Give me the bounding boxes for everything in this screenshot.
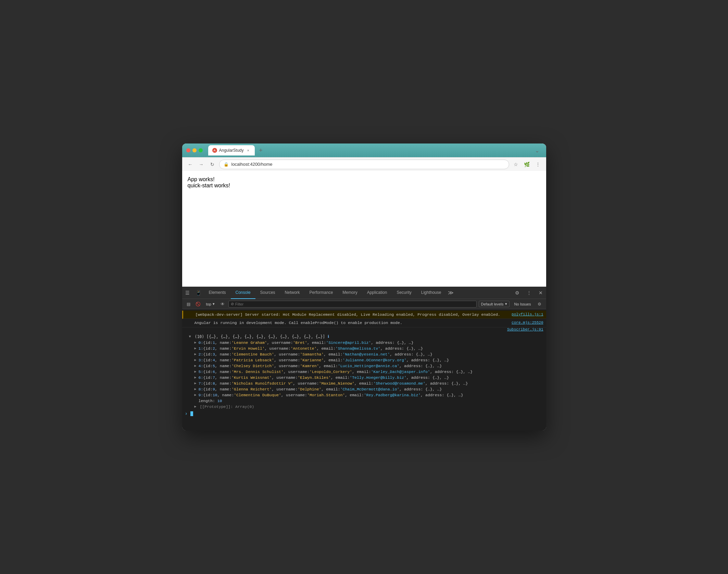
- context-arrow-icon: ▾: [213, 302, 215, 306]
- tab-close-button[interactable]: ×: [246, 148, 251, 153]
- item-arrow-5[interactable]: ▶: [194, 370, 197, 374]
- context-label: top: [206, 302, 211, 306]
- devtools-tabs: ☰ 📱 Elements Console Sources Network Per…: [182, 287, 546, 299]
- browser-window: A AngularStudy × + ⌄ ← → ↻ 🔒 localhost:4…: [182, 144, 546, 430]
- console-message-angular-text: Angular is running in development mode. …: [194, 320, 509, 326]
- devtools-more-icon[interactable]: ⋮: [524, 287, 535, 299]
- devtools-close-icon[interactable]: ✕: [535, 287, 546, 299]
- devtools-actions: ⚙ ⋮ ✕: [512, 287, 546, 299]
- console-link-polyfills[interactable]: polyfills.js:1: [512, 312, 543, 317]
- minimize-button[interactable]: [192, 148, 197, 152]
- prompt-arrow-icon: ›: [185, 411, 188, 416]
- console-toolbar-right: Default levels ▾ No Issues ⚙: [479, 300, 543, 308]
- proto-label: [[Prototype]]: Array(0): [200, 404, 254, 409]
- tab-favicon: A: [212, 148, 217, 153]
- menu-button[interactable]: ⋮: [534, 160, 542, 169]
- console-link-core[interactable]: core.mjs:25520: [512, 320, 543, 326]
- console-toolbar: ▤ 🚫 top ▾ 👁 ⊘ Default levels ▾ No Issues…: [182, 299, 546, 309]
- devtools-device-icon[interactable]: 📱: [193, 287, 204, 299]
- devtools-panel: ☰ 📱 Elements Console Sources Network Per…: [182, 287, 546, 430]
- item-arrow-3[interactable]: ▶: [194, 358, 197, 362]
- array-header-text: (10) [{…}, {…}, {…}, {…}, {…}, {…}, {…},…: [192, 334, 325, 339]
- forward-button[interactable]: →: [197, 160, 205, 169]
- new-tab-button[interactable]: +: [256, 146, 266, 155]
- tab-more-button[interactable]: ≫: [446, 287, 455, 299]
- traffic-lights: [186, 148, 203, 152]
- devtools-settings-icon[interactable]: ⚙: [512, 287, 523, 299]
- app-works-text: App works!: [188, 176, 541, 183]
- array-item-8[interactable]: ▶ 8: {id: 9, name: 'Glenna Reichert', us…: [182, 386, 546, 392]
- filter-bar[interactable]: ⊘: [228, 301, 477, 308]
- tab-memory[interactable]: Memory: [338, 287, 362, 299]
- console-array-header[interactable]: ▶ (10) [{…}, {…}, {…}, {…}, {…}, {…}, {……: [182, 333, 546, 340]
- item-arrow-9[interactable]: ▶: [194, 393, 197, 397]
- tab-console[interactable]: Console: [231, 287, 255, 299]
- back-button[interactable]: ←: [186, 160, 194, 169]
- tab-bar: A AngularStudy × + ⌄: [208, 145, 542, 155]
- tab-application[interactable]: Application: [362, 287, 392, 299]
- console-message-text: [webpack-dev-server] Server started: Hot…: [196, 312, 509, 317]
- tab-performance[interactable]: Performance: [305, 287, 338, 299]
- array-item-6[interactable]: ▶ 6: {id: 7, name: 'Kurtis Weissnat', us…: [182, 375, 546, 380]
- item-arrow-1[interactable]: ▶: [194, 346, 197, 350]
- tab-lighthouse[interactable]: Lighthouse: [416, 287, 446, 299]
- browser-tab[interactable]: A AngularStudy ×: [208, 145, 255, 155]
- tab-security[interactable]: Security: [392, 287, 416, 299]
- refresh-button[interactable]: ↻: [208, 160, 216, 169]
- close-button[interactable]: [186, 148, 190, 152]
- default-levels-label: Default levels: [481, 302, 504, 306]
- item-arrow-2[interactable]: ▶: [194, 352, 197, 356]
- item-arrow-7[interactable]: ▶: [194, 381, 197, 385]
- cursor-blink: [190, 411, 193, 416]
- profile-button[interactable]: 🌿: [523, 160, 531, 169]
- array-item-2[interactable]: ▶ 2: {id: 3, name: 'Clementine Bauch', u…: [182, 351, 546, 357]
- page-content: App works! quick-start works!: [182, 171, 546, 287]
- eye-toggle-button[interactable]: 👁: [219, 300, 226, 308]
- array-item-4[interactable]: ▶ 4: {id: 5, name: 'Chelsey Dietrich', u…: [182, 363, 546, 369]
- devtools-toggle-icon[interactable]: ☰: [182, 287, 193, 299]
- item-arrow-6[interactable]: ▶: [194, 375, 197, 379]
- array-item-0[interactable]: ▶ 0: {id: 1, name: 'Leanne Graham', user…: [182, 340, 546, 346]
- tab-expand-button[interactable]: ⌄: [532, 146, 542, 155]
- proto-arrow[interactable]: ▶: [194, 404, 197, 409]
- clear-console-button[interactable]: 🚫: [194, 300, 202, 308]
- address-bar: ← → ↻ 🔒 localhost:4200/home ☆ 🌿 ⋮: [182, 157, 546, 171]
- star-button[interactable]: ☆: [512, 160, 520, 169]
- console-sidebar-toggle[interactable]: ▤: [185, 300, 192, 308]
- filter-input[interactable]: [235, 302, 474, 306]
- console-prompt[interactable]: ›: [182, 410, 546, 418]
- console-link-subscriber[interactable]: Subscriber.js:91: [507, 327, 543, 332]
- tab-title: AngularStudy: [219, 148, 244, 153]
- context-selector[interactable]: top ▾: [204, 301, 217, 307]
- array-item-1[interactable]: ▶ 1: {id: 2, name: 'Ervin Howell', usern…: [182, 346, 546, 351]
- array-item-3[interactable]: ▶ 3: {id: 4, name: 'Patricia Lebsack', u…: [182, 357, 546, 363]
- lock-icon: 🔒: [224, 162, 229, 167]
- no-issues-badge: No Issues: [512, 301, 533, 307]
- tab-network[interactable]: Network: [280, 287, 305, 299]
- console-settings-icon[interactable]: ⚙: [536, 300, 543, 308]
- array-expand-arrow[interactable]: ▶: [188, 335, 192, 337]
- item-arrow-0[interactable]: ▶: [194, 340, 197, 345]
- array-item-5[interactable]: ▶ 5: {id: 6, name: 'Mrs. Dennis Schulist…: [182, 369, 546, 375]
- console-output[interactable]: [webpack-dev-server] Server started: Hot…: [182, 309, 546, 430]
- url-bar[interactable]: 🔒 localhost:4200/home: [219, 160, 509, 169]
- item-arrow-4[interactable]: ▶: [194, 364, 197, 368]
- address-actions: ☆ 🌿 ⋮: [512, 160, 542, 169]
- url-text: localhost:4200/home: [231, 162, 505, 167]
- title-bar: A AngularStudy × + ⌄: [182, 144, 546, 157]
- array-item-9[interactable]: ▶ 9: {id: 10, name: 'Clementina DuBuque'…: [182, 392, 546, 398]
- array-info-icon: ℹ: [328, 334, 329, 339]
- array-length: length: 10: [182, 398, 546, 404]
- maximize-button[interactable]: [199, 148, 203, 152]
- tab-elements[interactable]: Elements: [204, 287, 231, 299]
- default-levels-dropdown[interactable]: Default levels ▾: [479, 301, 510, 307]
- console-message-webpack: [webpack-dev-server] Server started: Hot…: [182, 311, 546, 319]
- array-prototype[interactable]: ▶ [[Prototype]]: Array(0): [182, 404, 546, 410]
- quick-start-text: quick-start works!: [188, 183, 541, 189]
- filter-icon: ⊘: [231, 302, 234, 306]
- console-message-angular: Angular is running in development mode. …: [182, 319, 546, 327]
- default-levels-arrow-icon: ▾: [505, 302, 507, 306]
- array-item-7[interactable]: ▶ 7: {id: 8, name: 'Nicholas Runolfsdott…: [182, 380, 546, 386]
- tab-sources[interactable]: Sources: [255, 287, 280, 299]
- item-arrow-8[interactable]: ▶: [194, 387, 197, 391]
